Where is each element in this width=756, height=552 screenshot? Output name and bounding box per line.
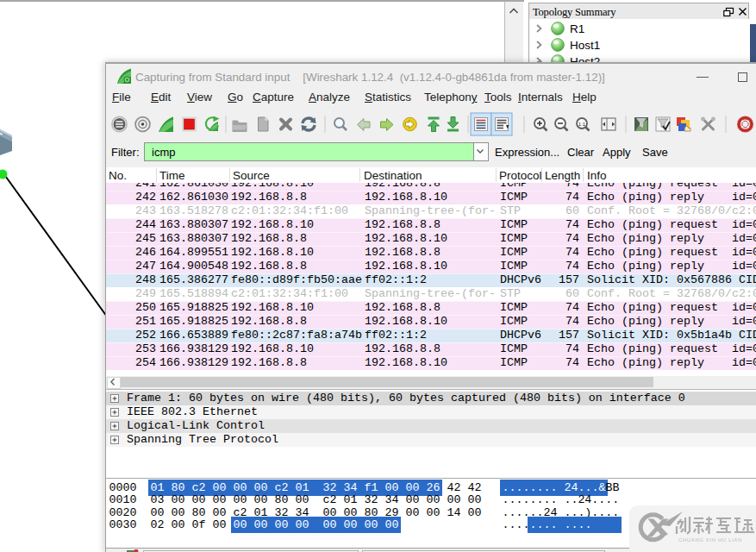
- svg-text:CHUANG XIN HU LIAN: CHUANG XIN HU LIAN: [678, 537, 742, 543]
- svg-text:1:1: 1:1: [578, 122, 586, 127]
